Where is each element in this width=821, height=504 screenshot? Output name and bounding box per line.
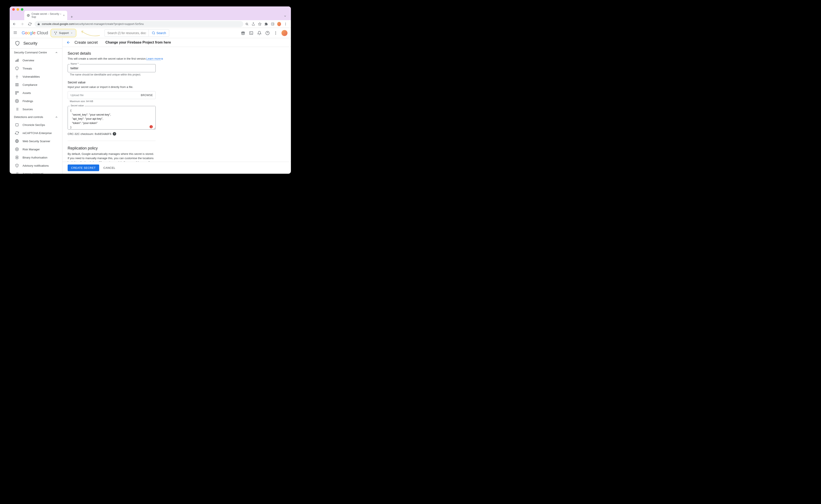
nav-access[interactable]: Access Approval (10, 170, 62, 174)
learn-more-link[interactable]: Learn more (146, 57, 160, 60)
nav-scanner[interactable]: Web Security Scanner (10, 137, 62, 145)
svg-point-20 (275, 31, 276, 32)
svg-point-44 (17, 157, 18, 158)
back-arrow[interactable] (66, 40, 71, 45)
browse-button[interactable]: BROWSE (141, 94, 153, 97)
main: Create secret Change your Firebase Proje… (62, 38, 291, 174)
nav-vulnerabilities[interactable]: Vulnerabilities (10, 72, 62, 81)
nav-sources-label: Sources (23, 108, 33, 111)
checksum-help-icon[interactable]: ? (113, 132, 116, 136)
external-link-icon: ⧉ (161, 57, 163, 60)
url-host: console.cloud.google.com (42, 22, 74, 26)
nav-advisory-label: Advisory notifications (23, 164, 49, 167)
reload-button[interactable] (27, 21, 33, 27)
nav-compliance[interactable]: Compliance (10, 81, 62, 89)
secret-value-textarea[interactable] (68, 106, 156, 130)
vulnerabilities-icon (15, 74, 19, 79)
hamburger-icon[interactable] (13, 30, 18, 36)
project-picker[interactable]: Support (51, 30, 76, 36)
maximize-window[interactable] (21, 8, 23, 11)
addressbar-icons (245, 22, 289, 26)
max-size: Maximum size: 64 KiB (68, 99, 286, 103)
value-heading: Secret value (68, 80, 286, 84)
close-window[interactable] (12, 8, 15, 11)
page-header: Create secret Change your Firebase Proje… (62, 38, 291, 47)
nav-findings[interactable]: Findings (10, 97, 62, 105)
nav-recaptcha[interactable]: reCAPTCHA Enterprise (10, 129, 62, 137)
gcp-logo[interactable]: Google Cloud (22, 30, 48, 35)
zoom-icon[interactable] (245, 22, 249, 26)
nav-advisory[interactable]: Advisory notifications (10, 161, 62, 170)
content: Secret details This will create a secret… (62, 47, 291, 162)
advisory-icon (15, 163, 19, 168)
nav-risk[interactable]: Risk Manager (10, 145, 62, 153)
svg-rect-23 (15, 60, 16, 62)
value-desc: Input your secret value or import it dir… (68, 85, 286, 89)
close-tab-icon[interactable]: × (63, 14, 65, 17)
forward-button[interactable] (19, 21, 25, 27)
section-dc-label: Detections and controls (14, 115, 43, 119)
nav-assets[interactable]: Assets (10, 89, 62, 97)
minimize-window[interactable] (17, 8, 19, 11)
svg-rect-30 (15, 93, 17, 94)
user-avatar[interactable] (282, 30, 288, 36)
svg-point-41 (15, 148, 19, 151)
section-dc[interactable]: Detections and controls (10, 113, 62, 121)
search-input[interactable] (104, 29, 148, 37)
svg-rect-43 (16, 156, 18, 159)
name-hint: The name should be identifiable and uniq… (68, 73, 286, 76)
more-icon[interactable] (273, 31, 278, 35)
error-badge[interactable]: 1 (149, 125, 153, 129)
nav-vulnerabilities-label: Vulnerabilities (23, 75, 40, 78)
nav-chronicle[interactable]: Chronicle SecOps (10, 121, 62, 129)
cloud-shell-icon[interactable] (249, 31, 254, 35)
project-icon (54, 31, 57, 35)
browser-menu-icon[interactable] (284, 22, 288, 26)
name-input[interactable] (68, 64, 156, 72)
cancel-button[interactable]: CANCEL (103, 166, 115, 169)
svg-point-22 (275, 34, 276, 35)
address-bar: console.cloud.google.com/security/secret… (10, 20, 291, 28)
nav-assets-label: Assets (23, 91, 31, 95)
binauth-icon (15, 155, 19, 160)
bookmark-icon[interactable] (258, 22, 262, 26)
browser-window: Create secret – Security – Sup × + conso… (10, 6, 291, 174)
panel-icon[interactable] (271, 22, 275, 26)
nav-compliance-label: Compliance (23, 83, 37, 86)
action-bar: CREATE SECRET CANCEL (62, 162, 291, 174)
share-icon[interactable] (252, 22, 255, 26)
nav-binauth-label: Binary Authorisation (23, 156, 47, 159)
svg-point-4 (285, 23, 286, 23)
search-button[interactable]: Search (148, 29, 169, 37)
browser-tab[interactable]: Create secret – Security – Sup × (24, 11, 67, 20)
nav-risk-label: Risk Manager (23, 148, 40, 151)
upload-box[interactable]: Upload file BROWSE (68, 91, 156, 99)
back-button[interactable] (11, 21, 17, 27)
notifications-icon[interactable] (257, 31, 262, 35)
search-button-label: Search (156, 31, 166, 35)
tab-overflow-icon[interactable] (281, 13, 289, 20)
nav-sources[interactable]: Sources (10, 105, 62, 113)
chevron-up-icon (55, 116, 58, 119)
extensions-icon[interactable] (264, 22, 268, 26)
replication-desc: By default, Google automatically manages… (68, 152, 156, 162)
section-scc[interactable]: Security Command Centre (10, 49, 62, 56)
create-secret-button[interactable]: CREATE SECRET (68, 164, 99, 171)
new-tab-button[interactable]: + (69, 14, 75, 20)
tab-title: Create secret – Security – Sup (32, 12, 61, 18)
nav-scanner-label: Web Security Scanner (23, 140, 50, 143)
findings-icon (15, 99, 19, 103)
nav-threats-label: Threats (23, 67, 32, 70)
svg-point-31 (17, 101, 18, 102)
help-icon[interactable] (265, 31, 270, 35)
profile-avatar-small[interactable] (277, 22, 281, 26)
svg-point-13 (152, 32, 154, 34)
nav-overview[interactable]: Overview (10, 56, 62, 64)
access-icon (15, 172, 19, 174)
gift-icon[interactable] (241, 31, 246, 35)
nav-binauth[interactable]: Binary Authorisation (10, 153, 62, 161)
cloud-text: Cloud (37, 30, 48, 35)
nav-chronicle-label: Chronicle SecOps (23, 123, 45, 127)
nav-threats[interactable]: Threats (10, 64, 62, 72)
url-input[interactable]: console.cloud.google.com/security/secret… (35, 21, 243, 27)
